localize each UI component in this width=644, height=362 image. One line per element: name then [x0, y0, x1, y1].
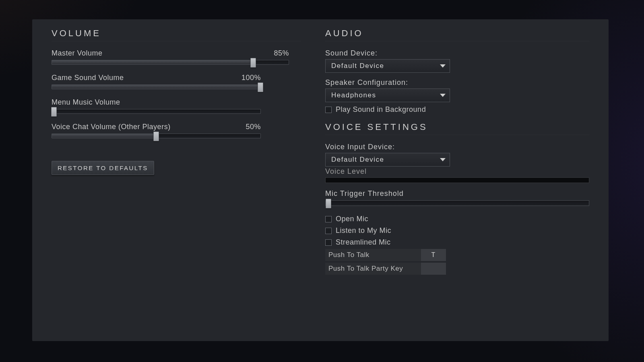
push-to-talk-label: Push To Talk	[325, 249, 421, 261]
slider-thumb[interactable]	[250, 58, 256, 68]
streamlined-mic-label: Streamlined Mic	[336, 238, 391, 247]
speaker-config-value: Headphones	[331, 91, 376, 99]
push-to-talk-party-label: Push To Talk Party Key	[325, 263, 421, 275]
divider	[52, 41, 301, 42]
sound-device-label: Sound Device:	[325, 49, 589, 58]
push-to-talk-party-keybind[interactable]	[421, 263, 446, 275]
push-to-talk-keybind[interactable]: T	[421, 249, 446, 261]
voice-chat-volume-block: Voice Chat Volume (Other Players) 50%	[52, 123, 261, 138]
volume-column: VOLUME Master Volume 85% Game Sound Volu…	[52, 28, 301, 276]
master-volume-label: Master Volume	[52, 49, 103, 58]
play-sound-background-checkbox[interactable]	[325, 107, 332, 113]
slider-thumb[interactable]	[258, 82, 263, 92]
sound-device-value: Default Device	[331, 62, 384, 70]
slider-thumb[interactable]	[326, 199, 331, 208]
mic-threshold-slider[interactable]	[325, 200, 589, 206]
push-to-talk-row: Push To Talk T	[325, 249, 446, 261]
audio-section-title: AUDIO	[325, 28, 589, 39]
voice-chat-volume-slider[interactable]	[52, 134, 261, 138]
push-to-talk-party-row: Push To Talk Party Key	[325, 263, 446, 275]
voice-input-device-dropdown[interactable]: Default Device	[325, 153, 450, 167]
master-volume-block: Master Volume 85%	[52, 49, 289, 65]
menu-music-slider[interactable]	[52, 109, 261, 114]
voice-input-device-value: Default Device	[331, 156, 384, 164]
listen-to-my-mic-label: Listen to My Mic	[336, 226, 391, 235]
menu-music-label: Menu Music Volume	[52, 98, 120, 107]
game-sound-value: 100%	[242, 74, 261, 82]
restore-defaults-button[interactable]: RESTORE TO DEFAULTS	[52, 161, 154, 175]
slider-fill	[52, 85, 260, 89]
slider-thumb[interactable]	[153, 132, 159, 141]
menu-music-block: Menu Music Volume	[52, 98, 261, 114]
voice-chat-volume-value: 50%	[246, 123, 261, 131]
game-sound-block: Game Sound Volume 100%	[52, 74, 261, 89]
chevron-down-icon	[440, 94, 446, 97]
streamlined-mic-checkbox[interactable]	[325, 239, 332, 246]
voice-chat-volume-label: Voice Chat Volume (Other Players)	[52, 123, 171, 131]
speaker-config-label: Speaker Configuration:	[325, 78, 589, 87]
master-volume-slider[interactable]	[52, 60, 289, 65]
listen-to-my-mic-checkbox[interactable]	[325, 228, 332, 234]
play-sound-background-label: Play Sound in Background	[336, 105, 426, 114]
slider-thumb[interactable]	[51, 107, 57, 117]
audio-settings-panel: VOLUME Master Volume 85% Game Sound Volu…	[32, 19, 609, 341]
voice-section-title: VOICE SETTINGS	[325, 122, 589, 132]
chevron-down-icon	[440, 158, 446, 161]
slider-fill	[52, 134, 156, 138]
sound-device-dropdown[interactable]: Default Device	[325, 59, 450, 73]
chevron-down-icon	[440, 64, 446, 68]
master-volume-value: 85%	[274, 49, 289, 58]
game-sound-label: Game Sound Volume	[52, 74, 124, 82]
voice-level-label: Voice Level	[325, 167, 589, 176]
slider-fill	[52, 60, 253, 64]
open-mic-label: Open Mic	[336, 215, 368, 223]
volume-section-title: VOLUME	[52, 28, 301, 39]
speaker-config-dropdown[interactable]: Headphones	[325, 88, 450, 102]
open-mic-checkbox[interactable]	[325, 216, 332, 222]
voice-input-device-label: Voice Input Device:	[325, 143, 589, 151]
game-sound-slider[interactable]	[52, 84, 261, 89]
divider	[325, 135, 589, 136]
divider	[325, 41, 589, 42]
audio-column: AUDIO Sound Device: Default Device Speak…	[325, 28, 589, 276]
mic-threshold-label: Mic Trigger Threshold	[325, 189, 589, 198]
voice-level-meter	[325, 177, 589, 183]
